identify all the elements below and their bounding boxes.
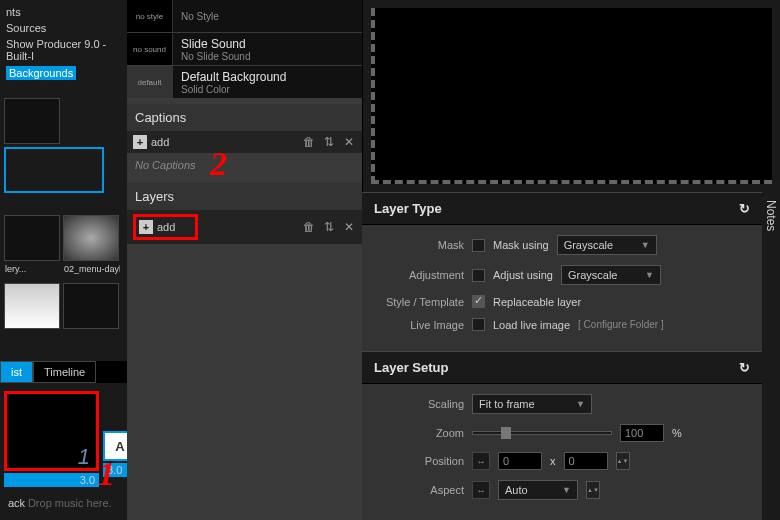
trash-icon[interactable]: 🗑 [302, 135, 316, 149]
captions-header: Captions [127, 104, 362, 131]
music-track[interactable]: ack Drop music here. [4, 493, 123, 513]
replaceable-label: Replaceable layer [493, 296, 581, 308]
sort-icon[interactable]: ⇅ [322, 135, 336, 149]
tab-list[interactable]: ist [0, 361, 33, 383]
thumbnail[interactable] [4, 283, 60, 329]
adjust-mode-select[interactable]: Grayscale▼ [561, 265, 661, 285]
live-image-label: Live Image [374, 319, 464, 331]
trash-icon[interactable]: 🗑 [302, 220, 316, 234]
thumbnail[interactable]: lery... [4, 215, 60, 261]
mask-label: Mask [374, 239, 464, 251]
layer-type-header: Layer Type ↻ [362, 192, 762, 225]
view-tabs: ist Timeline [0, 361, 127, 383]
zoom-slider[interactable] [472, 431, 612, 435]
tree-item-selected[interactable]: Backgrounds [2, 64, 125, 82]
tree-item[interactable]: Sources [2, 20, 125, 36]
prop-slide-sound[interactable]: no sound Slide SoundNo Slide Sound [127, 33, 362, 65]
scaling-label: Scaling [374, 398, 464, 410]
zoom-input[interactable]: 100 [620, 424, 664, 442]
properties-panel: no style No Style no sound Slide SoundNo… [127, 0, 362, 520]
timeline-slide[interactable]: 1 3.0 [4, 391, 99, 487]
preview-area [362, 0, 780, 192]
thumbnail[interactable] [63, 283, 119, 329]
aspect-label: Aspect [374, 484, 464, 496]
adjustment-checkbox[interactable] [472, 269, 485, 282]
tab-timeline[interactable]: Timeline [33, 361, 96, 383]
position-y-input[interactable]: 0 [564, 452, 608, 470]
live-image-checkbox[interactable] [472, 318, 485, 331]
prop-slide-style[interactable]: no style No Style [127, 0, 362, 32]
mask-using-label: Mask using [493, 239, 549, 251]
thumbnail-selected[interactable] [4, 147, 104, 193]
plus-icon: + [139, 220, 153, 234]
right-panel: Layer Type ↻ Mask Mask using Grayscale▼ … [362, 0, 780, 520]
tree-item[interactable]: Show Producer 9.0 - Built-I [2, 36, 125, 64]
tools-icon[interactable]: ✕ [342, 220, 356, 234]
add-caption-button[interactable]: + add [133, 135, 169, 149]
prop-background[interactable]: default Default BackgroundSolid Color [127, 66, 362, 98]
style-template-label: Style / Template [374, 296, 464, 308]
x-label: x [550, 455, 556, 467]
thumbnail[interactable]: 02_menu-daylig... [63, 215, 119, 261]
refresh-icon[interactable]: ↻ [739, 201, 750, 216]
position-label: Position [374, 455, 464, 467]
aspect-select[interactable]: Auto▼ [498, 480, 578, 500]
link-x-icon[interactable]: ↔ [472, 452, 490, 470]
no-captions-label: No Captions [127, 153, 362, 177]
load-live-label: Load live image [493, 319, 570, 331]
refresh-icon[interactable]: ↻ [739, 360, 750, 375]
add-layer-button[interactable]: + add [133, 214, 198, 240]
timeline-area: 1 3.0 A 3.0 ack Drop music here. [0, 387, 127, 517]
layers-header: Layers [127, 183, 362, 210]
thumbnail[interactable] [4, 98, 60, 144]
tools-icon[interactable]: ✕ [342, 135, 356, 149]
link-aspect-icon[interactable]: ↔ [472, 481, 490, 499]
adjustment-label: Adjustment [374, 269, 464, 281]
config-folder-link[interactable]: [ Configure Folder ] [578, 319, 664, 330]
plus-icon: + [133, 135, 147, 149]
adjust-using-label: Adjust using [493, 269, 553, 281]
scaling-select[interactable]: Fit to frame▼ [472, 394, 592, 414]
aspect-stepper[interactable]: ▲▼ [586, 481, 600, 499]
thumbnails-panel: lery... 02_menu-daylig... [0, 94, 127, 333]
source-tree: nts Sources Show Producer 9.0 - Built-I … [0, 0, 127, 86]
sort-icon[interactable]: ⇅ [322, 220, 336, 234]
mask-checkbox[interactable] [472, 239, 485, 252]
notes-tab[interactable]: Notes [762, 192, 780, 520]
left-panel: nts Sources Show Producer 9.0 - Built-I … [0, 0, 127, 520]
zoom-label: Zoom [374, 427, 464, 439]
position-stepper[interactable]: ▲▼ [616, 452, 630, 470]
position-x-input[interactable]: 0 [498, 452, 542, 470]
layer-setup-header: Layer Setup ↻ [362, 351, 762, 384]
tree-item[interactable]: nts [2, 4, 125, 20]
percent-label: % [672, 427, 682, 439]
annotation-1: 1 [98, 455, 115, 493]
annotation-2: 2 [210, 145, 227, 183]
mask-mode-select[interactable]: Grayscale▼ [557, 235, 657, 255]
replaceable-checkbox[interactable] [472, 295, 485, 308]
